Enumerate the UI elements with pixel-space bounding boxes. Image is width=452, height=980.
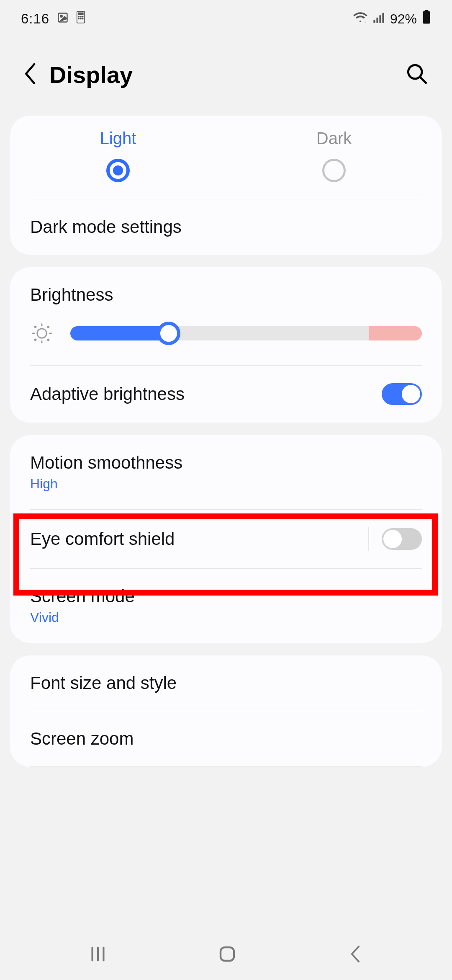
sun-icon — [30, 322, 54, 345]
dark-mode-label: Dark — [316, 129, 352, 148]
brightness-fill — [70, 326, 169, 340]
wifi-icon: ↑↓ — [353, 11, 367, 27]
adaptive-brightness-toggle[interactable] — [382, 383, 422, 405]
svg-rect-31 — [221, 947, 234, 961]
page-title: Display — [49, 61, 402, 88]
svg-rect-3 — [78, 13, 83, 15]
svg-point-7 — [78, 18, 79, 19]
header: Display — [0, 38, 452, 116]
divider — [30, 766, 422, 767]
svg-point-9 — [82, 18, 83, 19]
screen-zoom-label: Screen zoom — [30, 729, 422, 749]
back-button[interactable] — [20, 59, 47, 90]
nav-back-button[interactable] — [339, 936, 372, 974]
svg-point-27 — [48, 339, 49, 340]
brightness-warn-zone — [369, 326, 422, 340]
font-size-label: Font size and style — [30, 673, 422, 693]
dark-mode-option[interactable]: Dark — [226, 129, 442, 182]
font-size-row[interactable]: Font size and style — [10, 655, 442, 711]
brightness-slider-row — [30, 322, 422, 345]
screen-mode-label: Screen mode — [30, 586, 422, 606]
svg-point-26 — [35, 339, 36, 340]
signal-icon — [372, 11, 385, 27]
svg-rect-13 — [379, 15, 381, 23]
nav-bar — [0, 930, 452, 980]
svg-point-5 — [80, 16, 81, 17]
screen-zoom-row[interactable]: Screen zoom — [10, 711, 442, 766]
dark-mode-settings-label: Dark mode settings — [30, 217, 422, 237]
adaptive-brightness-label: Adaptive brightness — [30, 384, 382, 404]
eye-comfort-label: Eye comfort shield — [30, 529, 368, 549]
motion-smoothness-row[interactable]: Motion smoothness High — [10, 435, 442, 509]
theme-card: Light Dark Dark mode settings — [10, 116, 442, 255]
display-options-card: Motion smoothness High Eye comfort shiel… — [10, 435, 442, 643]
svg-point-24 — [35, 326, 36, 328]
svg-point-6 — [82, 16, 83, 17]
svg-point-25 — [48, 326, 49, 328]
brightness-title: Brightness — [30, 285, 422, 305]
svg-point-4 — [78, 16, 79, 17]
light-mode-option[interactable]: Light — [10, 129, 226, 182]
svg-rect-15 — [425, 10, 429, 11]
eye-comfort-toggle[interactable] — [382, 528, 422, 550]
svg-text:↑↓: ↑↓ — [362, 19, 366, 23]
svg-point-1 — [60, 15, 62, 17]
adaptive-brightness-row[interactable]: Adaptive brightness — [10, 366, 442, 423]
motion-smoothness-label: Motion smoothness — [30, 453, 422, 473]
dark-mode-radio[interactable] — [322, 159, 346, 182]
search-button[interactable] — [402, 59, 432, 90]
svg-line-18 — [421, 77, 426, 83]
font-zoom-card: Font size and style Screen zoom — [10, 655, 442, 767]
vertical-divider — [368, 527, 369, 551]
svg-rect-11 — [373, 20, 375, 23]
screen-mode-value: Vivid — [30, 610, 422, 625]
status-bar: 6:16 ↑↓ 92% — [0, 0, 452, 38]
home-button[interactable] — [209, 936, 246, 974]
brightness-thumb[interactable] — [157, 322, 180, 345]
svg-rect-14 — [382, 13, 384, 23]
calculator-icon — [76, 11, 85, 27]
svg-rect-12 — [376, 18, 378, 23]
screen-mode-row[interactable]: Screen mode Vivid — [10, 569, 442, 643]
battery-pct: 92% — [390, 11, 417, 27]
battery-icon — [422, 10, 431, 28]
eye-comfort-row[interactable]: Eye comfort shield — [10, 510, 442, 568]
theme-mode-row: Light Dark — [10, 116, 442, 199]
svg-point-19 — [37, 329, 46, 338]
light-mode-radio[interactable] — [106, 159, 130, 182]
svg-rect-16 — [423, 11, 430, 24]
motion-smoothness-value: High — [30, 476, 422, 492]
dark-mode-settings-row[interactable]: Dark mode settings — [10, 199, 442, 255]
brightness-slider[interactable] — [70, 326, 422, 340]
image-icon — [57, 11, 69, 27]
recents-button[interactable] — [80, 936, 116, 974]
brightness-card: Brightness Adaptive brightness — [10, 267, 442, 423]
light-mode-label: Light — [100, 129, 136, 148]
svg-point-8 — [80, 18, 81, 19]
status-time: 6:16 — [21, 11, 49, 27]
